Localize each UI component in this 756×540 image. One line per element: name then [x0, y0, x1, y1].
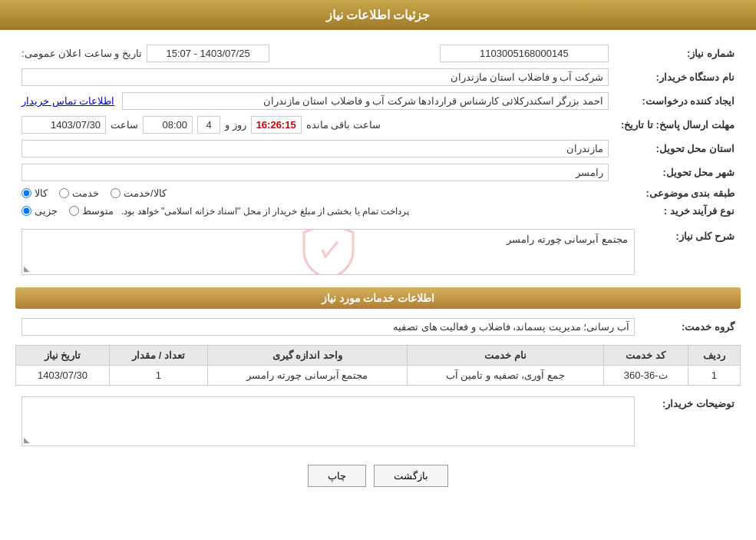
province-value: مازندران — [21, 140, 609, 157]
page-wrapper: جزئیات اطلاعات نیاز شماره نیاز: 11030051… — [0, 0, 756, 540]
cell-row-num: 1 — [688, 366, 740, 386]
buyer-label: نام دستگاه خریدار: — [615, 65, 741, 89]
category-radio-2[interactable] — [59, 188, 69, 198]
remaining-label: روز و — [225, 119, 246, 131]
city-row: شهر محل تحویل: رامسر — [15, 161, 741, 184]
response-deadline-row: مهلت ارسال پاسخ: تا تاریخ: ساعت باقی مان… — [15, 113, 741, 137]
table-row: 1 ث-36-360 جمع آوری، تصفیه و تامین آب مج… — [16, 366, 741, 386]
creator-label: ایجاد کننده درخواست: — [615, 89, 741, 113]
info-table: شماره نیاز: 1103005168000145 1403/07/25 … — [15, 41, 741, 220]
col-unit: واحد اندازه گیری — [207, 346, 407, 366]
category-option-1[interactable]: کالا — [21, 187, 48, 199]
description-table: شرح کلی نیاز: مجتمع آبرسانی چورته رامسر … — [15, 226, 741, 278]
description-value: مجتمع آبرسانی چورته رامسر — [507, 234, 628, 245]
group-service-label: گروه خدمت: — [641, 315, 741, 339]
category-option-3[interactable]: کالا/خدمت — [111, 187, 167, 199]
request-number-value: 1103005168000145 — [385, 41, 615, 65]
group-service-table: گروه خدمت: آب رسانی؛ مدیریت پسماند، فاضل… — [15, 315, 741, 339]
city-label: شهر محل تحویل: — [615, 161, 741, 184]
response-time-label: ساعت — [111, 119, 138, 131]
purchase-type-radio-2[interactable] — [69, 206, 79, 216]
corner-indicator-2: ◣ — [24, 436, 30, 444]
purchase-type-label: نوع فرآیند خرید : — [615, 202, 741, 220]
col-date: تاریخ نیاز — [16, 346, 110, 366]
buyer-row: نام دستگاه خریدار: شرکت آب و فاضلاب استا… — [15, 65, 741, 89]
description-box: مجتمع آبرسانی چورته رامسر ◣ — [21, 229, 635, 275]
creator-value: احمد بزرگر اسکندرکلائی کارشناس قراردادها… — [122, 92, 609, 110]
cell-unit: مجتمع آبرسانی چورته رامسر — [207, 366, 407, 386]
group-service-value: آب رسانی؛ مدیریت پسماند، فاضلاب و فعالیت… — [21, 318, 635, 336]
buyer-notes-box: ◣ — [21, 396, 635, 446]
announce-row-inner: 1403/07/25 - 15:07 تاریخ و ساعت اعلان عم… — [21, 45, 340, 62]
province-row: استان محل تحویل: مازندران — [15, 137, 741, 161]
watermark — [298, 229, 359, 275]
purchase-type-option-2[interactable]: متوسط — [69, 205, 114, 217]
purchase-type-note: پرداخت تمام یا بخشی از مبلغ خریدار از مح… — [121, 206, 409, 217]
response-deadline-label: مهلت ارسال پاسخ: تا تاریخ: — [615, 113, 741, 137]
services-table-header: ردیف کد خدمت نام خدمت واحد اندازه گیری ت… — [16, 346, 741, 366]
cell-quantity: 1 — [110, 366, 208, 386]
notes-table: توضیحات خریدار: ◣ — [15, 393, 741, 449]
request-number-input: 1103005168000145 — [440, 45, 609, 62]
col-row-num: ردیف — [688, 346, 740, 366]
corner-indicator: ◣ — [24, 264, 30, 273]
cell-service-code: ث-36-360 — [603, 366, 688, 386]
remaining-suffix: ساعت باقی مانده — [306, 119, 381, 131]
city-value: رامسر — [21, 164, 609, 181]
button-bar: بازگشت چاپ — [15, 465, 741, 487]
remaining-time: 16:26:15 — [251, 116, 302, 134]
notes-row: توضیحات خریدار: ◣ — [15, 393, 741, 449]
category-row: طبقه بندی موضوعی: کالا/خدمت خدمت کالا — [15, 184, 741, 202]
announce-label: تاریخ و ساعت اعلان عمومی: — [21, 48, 142, 59]
category-radio-3[interactable] — [111, 188, 120, 198]
purchase-type-option-1[interactable]: جزیی — [21, 205, 58, 217]
description-label: شرح کلی نیاز: — [641, 226, 741, 278]
category-option-2[interactable]: خدمت — [59, 187, 99, 199]
page-title: جزئیات اطلاعات نیاز — [326, 8, 431, 22]
category-radio-group: کالا/خدمت خدمت کالا — [21, 187, 609, 199]
col-service-name: نام خدمت — [407, 346, 603, 366]
request-number-label: شماره نیاز: — [615, 41, 741, 65]
services-section-title: اطلاعات خدمات مورد نیاز — [15, 287, 741, 309]
cell-date: 1403/07/30 — [16, 366, 110, 386]
group-service-row: گروه خدمت: آب رسانی؛ مدیریت پسماند، فاضل… — [15, 315, 741, 339]
contact-link[interactable]: اطلاعات تماس خریدار — [21, 95, 114, 107]
response-time: 08:00 — [143, 116, 193, 134]
purchase-type-row: نوع فرآیند خرید : پرداخت تمام یا بخشی از… — [15, 202, 741, 220]
response-date: 1403/07/30 — [21, 116, 106, 134]
announce-value: 1403/07/25 - 15:07 — [147, 45, 269, 62]
creator-row: ایجاد کننده درخواست: احمد بزرگر اسکندرکل… — [15, 89, 741, 113]
buyer-value: شرکت آب و فاضلاب استان مازندران — [21, 68, 609, 86]
content-area: شماره نیاز: 1103005168000145 1403/07/25 … — [0, 41, 756, 487]
services-table-body: 1 ث-36-360 جمع آوری، تصفیه و تامین آب مج… — [16, 366, 741, 386]
cell-service-name: جمع آوری، تصفیه و تامین آب — [407, 366, 603, 386]
request-number-row: شماره نیاز: 1103005168000145 1403/07/25 … — [15, 41, 741, 65]
col-quantity: تعداد / مقدار — [110, 346, 208, 366]
description-row: شرح کلی نیاز: مجتمع آبرسانی چورته رامسر … — [15, 226, 741, 278]
province-label: استان محل تحویل: — [615, 137, 741, 161]
purchase-type-radio-1[interactable] — [21, 206, 31, 216]
col-service-code: کد خدمت — [603, 346, 688, 366]
back-button[interactable]: بازگشت — [374, 465, 448, 487]
services-table: ردیف کد خدمت نام خدمت واحد اندازه گیری ت… — [15, 345, 741, 386]
print-button[interactable]: چاپ — [308, 465, 366, 487]
purchase-type-radio-group: متوسط جزیی — [21, 205, 114, 217]
remaining-days: 4 — [197, 116, 220, 134]
category-label: طبقه بندی موضوعی: — [615, 184, 741, 202]
page-header: جزئیات اطلاعات نیاز — [0, 0, 756, 30]
buyer-notes-label: توضیحات خریدار: — [641, 393, 741, 449]
category-radio-1[interactable] — [21, 188, 31, 198]
